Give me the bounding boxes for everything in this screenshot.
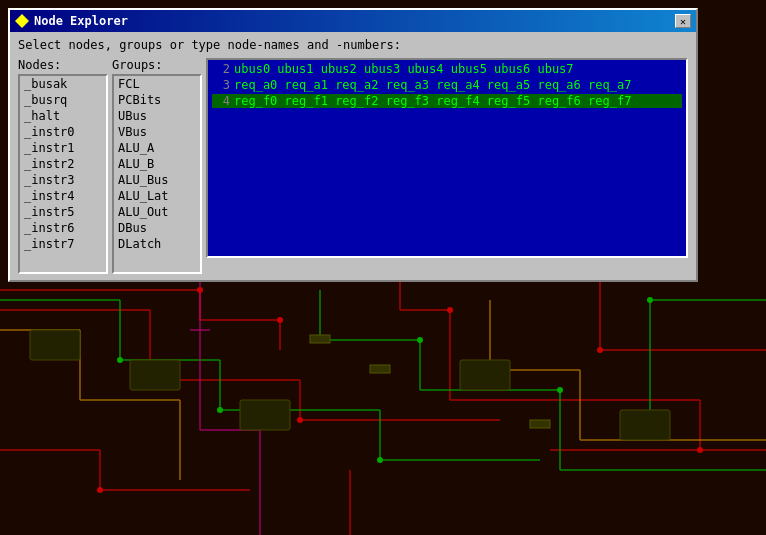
groups-list-item[interactable]: ALU_Lat [114, 188, 200, 204]
groups-list-item[interactable]: DBus [114, 220, 200, 236]
svg-point-53 [297, 417, 303, 423]
window-title: Node Explorer [34, 14, 128, 28]
svg-rect-68 [620, 410, 670, 440]
nodes-list-item[interactable]: _instr2 [20, 156, 106, 172]
groups-list-item[interactable]: VBus [114, 124, 200, 140]
window-icon [15, 14, 29, 28]
result-row[interactable]: 2ubus0 ubus1 ubus2 ubus3 ubus4 ubus5 ubu… [212, 62, 682, 76]
svg-point-62 [557, 387, 563, 393]
nodes-list[interactable]: _busak_busrq_halt_instr0_instr1_instr2_i… [18, 74, 108, 274]
dialog-body: Select nodes, groups or type node-names … [10, 32, 696, 280]
svg-point-54 [597, 347, 603, 353]
groups-list-item[interactable]: ALU_Out [114, 204, 200, 220]
nodes-list-item[interactable]: _instr3 [20, 172, 106, 188]
svg-point-51 [277, 317, 283, 323]
svg-point-55 [447, 307, 453, 313]
svg-rect-71 [530, 420, 550, 428]
row-number: 2 [212, 62, 230, 76]
groups-label: Groups: [112, 58, 202, 72]
nodes-list-item[interactable]: _busak [20, 76, 106, 92]
groups-list-item[interactable]: UBus [114, 108, 200, 124]
nodes-panel: Nodes: _busak_busrq_halt_instr0_instr1_i… [18, 58, 108, 274]
svg-rect-66 [240, 400, 290, 430]
svg-point-57 [97, 487, 103, 493]
svg-point-50 [197, 287, 203, 293]
nodes-list-item[interactable]: _instr7 [20, 236, 106, 252]
nodes-list-item[interactable]: _instr5 [20, 204, 106, 220]
nodes-list-item[interactable]: _instr0 [20, 124, 106, 140]
row-content: req_a0 req_a1 req_a2 req_a3 req_a4 req_a… [234, 78, 682, 92]
title-bar: Node Explorer ✕ [10, 10, 696, 32]
node-explorer-dialog: Node Explorer ✕ Select nodes, groups or … [8, 8, 698, 282]
close-button[interactable]: ✕ [675, 14, 691, 28]
row-number: 3 [212, 78, 230, 92]
groups-list[interactable]: FCLPCBitsUBusVBusALU_AALU_BALU_BusALU_La… [112, 74, 202, 274]
nodes-label: Nodes: [18, 58, 108, 72]
results-area[interactable]: 2ubus0 ubus1 ubus2 ubus3 ubus4 ubus5 ubu… [206, 58, 688, 258]
nodes-list-item[interactable]: _halt [20, 108, 106, 124]
nodes-list-item[interactable]: _busrq [20, 92, 106, 108]
row-number: 4 [212, 94, 230, 108]
svg-rect-69 [310, 335, 330, 343]
groups-list-item[interactable]: DLatch [114, 236, 200, 252]
groups-list-item[interactable]: ALU_Bus [114, 172, 200, 188]
result-row[interactable]: 3req_a0 req_a1 req_a2 req_a3 req_a4 req_… [212, 78, 682, 92]
svg-point-61 [417, 337, 423, 343]
prompt-text: Select nodes, groups or type node-names … [18, 38, 688, 52]
svg-point-63 [647, 297, 653, 303]
groups-list-item[interactable]: ALU_A [114, 140, 200, 156]
row-content: ubus0 ubus1 ubus2 ubus3 ubus4 ubus5 ubus… [234, 62, 682, 76]
svg-rect-67 [460, 360, 510, 390]
groups-list-item[interactable]: FCL [114, 76, 200, 92]
svg-point-60 [377, 457, 383, 463]
result-row[interactable]: 4reg_f0 reg_f1 reg_f2 reg_f3 reg_f4 reg_… [212, 94, 682, 108]
row-content: reg_f0 reg_f1 reg_f2 reg_f3 reg_f4 reg_f… [234, 94, 682, 108]
nodes-list-item[interactable]: _instr1 [20, 140, 106, 156]
svg-point-56 [697, 447, 703, 453]
main-content: Nodes: _busak_busrq_halt_instr0_instr1_i… [18, 58, 688, 274]
title-bar-left: Node Explorer [15, 14, 128, 28]
groups-list-item[interactable]: PCBits [114, 92, 200, 108]
svg-rect-70 [370, 365, 390, 373]
svg-point-58 [117, 357, 123, 363]
svg-rect-64 [30, 330, 80, 360]
svg-rect-65 [130, 360, 180, 390]
nodes-list-item[interactable]: _instr4 [20, 188, 106, 204]
nodes-list-item[interactable]: _instr6 [20, 220, 106, 236]
svg-point-59 [217, 407, 223, 413]
groups-panel: Groups: FCLPCBitsUBusVBusALU_AALU_BALU_B… [112, 58, 202, 274]
groups-list-item[interactable]: ALU_B [114, 156, 200, 172]
